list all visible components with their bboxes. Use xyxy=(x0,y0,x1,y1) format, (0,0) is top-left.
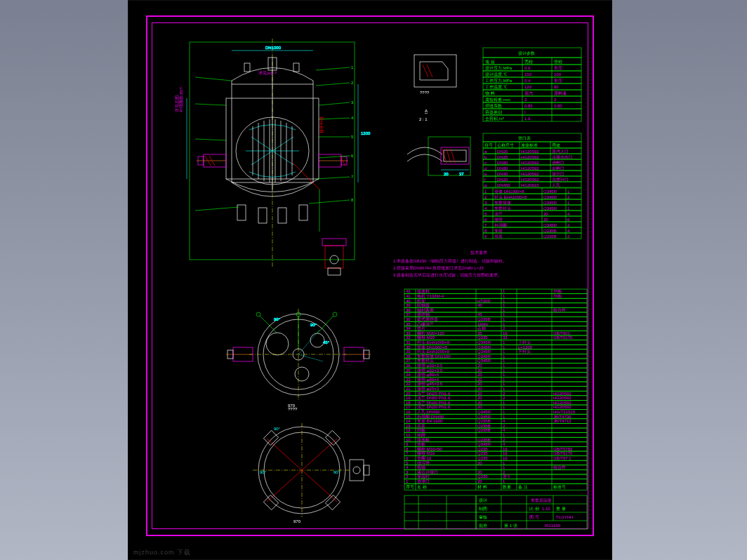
svg-rect-3 xyxy=(293,63,299,72)
svg-line-49 xyxy=(195,139,226,140)
svg-text:挡板: 挡板 xyxy=(417,428,425,432)
svg-text:32: 32 xyxy=(503,335,508,340)
svg-text:90°: 90° xyxy=(310,323,317,327)
tech-req: 技术要求 1.本设备按GB150《钢制压力容器》进行制造、试验和验收。 2.焊接… xyxy=(393,251,507,277)
svg-text:常压: 常压 xyxy=(554,66,562,70)
svg-text:27: 27 xyxy=(406,359,411,363)
nozzle-body: 符号公称尺寸连接标准用途aDN25HG20592蒸汽入口bDN25HG20592… xyxy=(483,142,581,187)
svg-text:b: b xyxy=(484,155,487,159)
svg-text:连接标准: 连接标准 xyxy=(521,142,538,147)
svg-text:2.焊接采用DN80 RH 角焊缝坡口详见DN80 L<25: 2.焊接采用DN80 RH 角焊缝坡口详见DN80 L<25 xyxy=(393,265,484,270)
svg-text:常压: 常压 xyxy=(554,79,562,83)
svg-text:1: 1 xyxy=(503,294,505,298)
detail-mark: ???? xyxy=(420,91,430,95)
svg-text:HG20592: HG20592 xyxy=(521,178,539,182)
svg-text:20: 20 xyxy=(477,401,482,405)
svg-text:螺栓 M16×50: 螺栓 M16×50 xyxy=(417,447,442,451)
svg-text:39: 39 xyxy=(406,303,411,307)
svg-text:下封头: 下封头 xyxy=(518,349,531,354)
svg-point-94 xyxy=(353,467,360,474)
svg-text:吊耳: 吊耳 xyxy=(494,234,503,239)
svg-text:16Mn: 16Mn xyxy=(477,322,488,326)
svg-line-48 xyxy=(195,104,226,105)
svg-text:法兰 DN25 PN1.6: 法兰 DN25 PN1.6 xyxy=(417,391,451,396)
detail-small-table: 1筒体 DN1000×8Q345R12封头 EHA1000×8Q345R23夹套… xyxy=(483,188,581,239)
svg-text:温度计口: 温度计口 xyxy=(552,177,569,182)
svg-text:蒸汽入口: 蒸汽入口 xyxy=(552,149,569,154)
svg-text:1: 1 xyxy=(503,303,505,307)
balloon: 5 xyxy=(351,135,354,139)
svg-text:20: 20 xyxy=(477,373,482,377)
svg-text:20: 20 xyxy=(477,405,482,409)
svg-rect-637 xyxy=(404,433,587,438)
svg-text:4: 4 xyxy=(406,465,409,469)
svg-text:补强圈按JB/T...: 补强圈按JB/T... xyxy=(178,84,183,112)
svg-text:5: 5 xyxy=(406,461,409,465)
svg-text:Q235: Q235 xyxy=(477,447,488,451)
svg-text:3: 3 xyxy=(406,470,409,474)
watermark: mjzhuo.com 下载 xyxy=(133,548,191,557)
svg-text:夹套封头: 夹套封头 xyxy=(494,206,511,211)
svg-text:18: 18 xyxy=(406,401,411,405)
svg-text:法兰 DN20 PN1.6: 法兰 DN20 PN1.6 xyxy=(417,404,451,409)
svg-text:40: 40 xyxy=(406,299,411,303)
svg-text:HG20592: HG20592 xyxy=(521,161,539,165)
svg-text:22: 22 xyxy=(406,382,411,386)
svg-text:法兰 DN40 PN1.6: 法兰 DN40 PN1.6 xyxy=(417,400,451,405)
svg-text:26: 26 xyxy=(406,364,411,368)
svg-text:HG20592: HG20592 xyxy=(553,401,571,405)
svg-text:DN80: DN80 xyxy=(497,166,508,171)
top-plan-view: 90° 90° 45° 970 ???? xyxy=(226,309,371,411)
svg-text:1: 1 xyxy=(503,340,505,345)
svg-text:腐蚀裕量,mm: 腐蚀裕量,mm xyxy=(485,97,510,102)
svg-text:Q345R: Q345R xyxy=(477,349,491,354)
svg-text:GB/T6170: GB/T6170 xyxy=(553,335,573,340)
spec-body: 项 目壳程管程设计压力,MPa0.6常压设计温度,℃150100工作压力,MPa… xyxy=(483,58,581,121)
svg-rect-88 xyxy=(263,430,278,445)
svg-rect-617 xyxy=(404,423,587,428)
svg-text:2: 2 xyxy=(554,98,557,102)
svg-rect-90 xyxy=(263,495,278,509)
svg-text:垫板: 垫板 xyxy=(417,442,425,446)
svg-text:1.本设备按GB150《钢制压力容器》进行制造、试验和验收。: 1.本设备按GB150《钢制压力容器》进行制造、试验和验收。 xyxy=(393,258,507,263)
svg-text:序号: 序号 xyxy=(406,484,414,489)
svg-rect-92 xyxy=(350,460,364,481)
svg-text:1.6: 1.6 xyxy=(524,116,531,121)
svg-text:螺柱 M20×120: 螺柱 M20×120 xyxy=(417,331,445,335)
svg-text:Q345R: Q345R xyxy=(477,415,491,419)
svg-text:9: 9 xyxy=(484,234,487,239)
svg-text:标准号: 标准号 xyxy=(553,485,566,489)
balloon: 1 xyxy=(351,65,354,69)
svg-rect-395 xyxy=(404,326,587,331)
svg-text:蒸汽: 蒸汽 xyxy=(524,91,533,95)
svg-point-79 xyxy=(333,312,337,316)
balloon: 4 xyxy=(351,116,354,120)
svg-text:技术要求: 技术要求 xyxy=(470,251,487,255)
svg-text:吊耳: 吊耳 xyxy=(417,424,425,428)
svg-text:GB/T6170: GB/T6170 xyxy=(553,451,573,455)
svg-text:Q235B: Q235B xyxy=(543,234,557,239)
svg-text:120: 120 xyxy=(524,85,532,89)
svg-text:38: 38 xyxy=(406,308,411,312)
svg-text:g: g xyxy=(484,183,487,187)
svg-text:1: 1 xyxy=(503,308,505,312)
svg-text:24: 24 xyxy=(406,373,411,377)
svg-text:筒体 DN1000×8: 筒体 DN1000×8 xyxy=(494,189,524,194)
svg-text:21: 21 xyxy=(406,387,411,391)
svg-text:Q345R: Q345R xyxy=(543,223,557,227)
svg-text:10: 10 xyxy=(406,438,411,442)
svg-text:Q345R: Q345R xyxy=(543,189,557,194)
svg-text:2: 2 xyxy=(567,195,570,199)
svg-text:1: 1 xyxy=(503,465,505,469)
svg-text:Q345R: Q345R xyxy=(543,195,557,199)
svg-text:减速机: 减速机 xyxy=(417,289,430,293)
leader-text: 详见(e)~? xyxy=(258,70,277,75)
svg-text:20: 20 xyxy=(477,382,482,386)
svg-text:1200: 1200 xyxy=(361,131,371,135)
svg-text:20: 20 xyxy=(477,392,482,396)
svg-text:保温钉: 保温钉 xyxy=(417,474,430,479)
svg-text:材 料: 材 料 xyxy=(477,485,487,489)
svg-line-47 xyxy=(195,77,232,81)
svg-text:20: 20 xyxy=(477,470,482,474)
support-bcd: 970 xyxy=(293,519,301,524)
